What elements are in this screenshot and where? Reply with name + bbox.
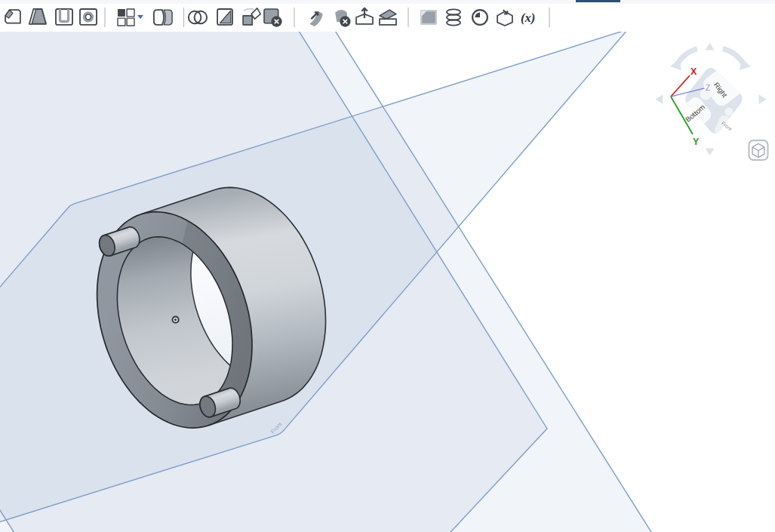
svg-text:X: X [690,66,697,77]
svg-text:Y: Y [693,137,700,147]
svg-text:(x): (x) [521,11,535,25]
svg-text:Z: Z [706,84,710,92]
